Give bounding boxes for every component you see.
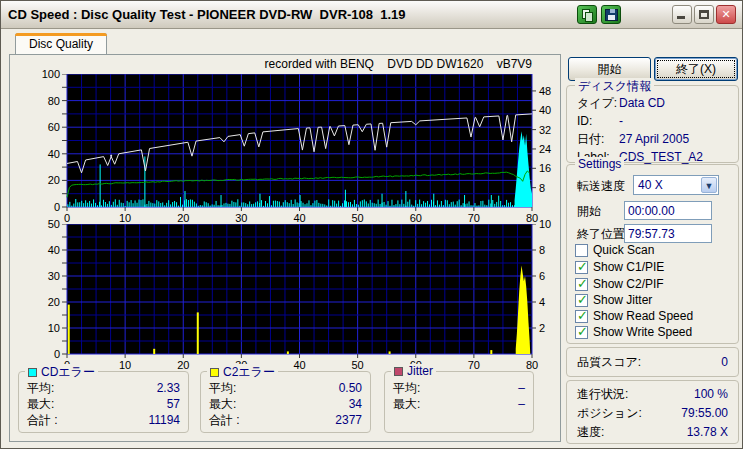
copy-icon-sheet2 [585, 12, 593, 22]
axis-tick-label: 50 [352, 212, 364, 224]
quality-score-row: 品質スコア: 0 [567, 348, 738, 376]
checkbox-show-write-speed[interactable]: Show Write Speed [575, 325, 692, 339]
stat-label: 最大: [209, 396, 236, 412]
disc-type-row: タイプ:Data CD [567, 94, 738, 112]
axis-tick-label: 20 [48, 174, 60, 186]
close-button[interactable]: ✕ [716, 5, 736, 24]
field-value: - [619, 112, 623, 130]
exit-button[interactable]: 終了(X) [654, 57, 738, 81]
checkbox-show-jitter[interactable]: Show Jitter [575, 293, 652, 307]
position-label: ポジション: [577, 404, 642, 423]
stat-label: 合計 : [209, 412, 240, 428]
checkbox-icon[interactable] [575, 294, 588, 307]
stat-row: 最大:57 [27, 396, 180, 412]
axis-tick-label: 40 [48, 148, 60, 160]
checkbox-label: Show Write Speed [593, 325, 692, 339]
stat-label: 平均: [393, 380, 420, 396]
window-title: CD Speed : Disc Quality Test - PIONEER D… [1, 7, 406, 22]
jitter-stats-title: Jitter [407, 364, 433, 378]
stat-row: 平均:– [393, 380, 525, 396]
stat-value: 2377 [335, 412, 362, 428]
axis-tick-label: 70 [468, 359, 480, 371]
axis-tick-label: 60 [48, 121, 60, 133]
axis-tick-label: 50 [352, 359, 364, 371]
checkbox-show-read-speed[interactable]: Show Read Speed [575, 309, 693, 323]
checkbox-label: Quick Scan [593, 243, 654, 257]
start-position-label: 開始 [577, 203, 601, 220]
checkbox-icon[interactable] [575, 278, 588, 291]
stat-label: 最大: [27, 396, 54, 412]
c1-stats-title: CDエラー [41, 364, 95, 381]
speed-value: 13.78 X [687, 423, 728, 442]
c2-error-stats-box: C2エラー 平均:0.50 最大:34 合計 :2377 [200, 371, 371, 433]
axis-tick-label: 10 [539, 218, 551, 230]
c1-error-stats-box: CDエラー 平均:2.33 最大:57 合計 :11194 [18, 371, 189, 433]
position-row: ポジション:79:55.00 [567, 404, 738, 423]
disc-info-title: ディスク情報 [575, 78, 654, 95]
axis-tick-label: 32 [539, 124, 551, 136]
title-bar[interactable]: CD Speed : Disc Quality Test - PIONEER D… [1, 1, 742, 29]
progress-label: 進行状況: [577, 385, 628, 404]
stat-value: 34 [349, 396, 362, 412]
checkbox-icon[interactable] [575, 261, 588, 274]
checkbox-quick-scan[interactable]: Quick Scan [575, 243, 654, 257]
stat-value: 11194 [148, 412, 180, 428]
speed-selected-value: 40 X [638, 178, 663, 192]
checkbox-icon[interactable] [575, 310, 588, 323]
checkbox-show-c2-pif[interactable]: Show C2/PIF [575, 277, 664, 291]
c2-color-swatch [210, 368, 219, 377]
axis-tick-label: 20 [177, 212, 189, 224]
axis-tick-label: 20 [48, 296, 60, 308]
axis-tick-label: 10 [48, 322, 60, 334]
checkbox-label: Show Read Speed [593, 309, 693, 323]
quality-score-label: 品質スコア: [577, 348, 641, 376]
tab-disc-quality[interactable]: Disc Quality [15, 33, 107, 55]
stat-label: 最大: [393, 396, 420, 412]
checkbox-icon[interactable] [575, 326, 588, 339]
speed-select[interactable]: 40 X ▼ [633, 175, 719, 195]
checkbox-label: Show Jitter [593, 293, 652, 307]
axis-tick-label: 60 [410, 212, 422, 224]
maximize-button[interactable] [694, 5, 714, 24]
axis-tick-label: 40 [48, 244, 60, 256]
stat-row: 最大:34 [209, 396, 362, 412]
end-position-label: 終了位置 [577, 226, 625, 243]
axis-tick-label: 50 [48, 218, 60, 230]
c2-stats-title: C2エラー [223, 364, 275, 381]
copy-icon[interactable] [577, 5, 597, 24]
stat-value: 0.50 [339, 380, 362, 396]
save-icon-label [608, 15, 615, 20]
checkbox-label: Show C1/PIE [593, 260, 664, 274]
start-position-input[interactable] [624, 201, 712, 220]
axis-tick-label: 40 [293, 359, 305, 371]
end-position-input[interactable] [624, 224, 712, 243]
speed-row: 速度:13.78 X [567, 423, 738, 442]
stat-row: 最大:– [393, 396, 525, 412]
axis-tick-label: 0 [64, 212, 70, 224]
stat-value: 2.33 [157, 380, 180, 396]
checkbox-icon[interactable] [575, 244, 588, 257]
close-icon: ✕ [721, 8, 730, 20]
axis-tick-label: 4 [539, 296, 545, 308]
chevron-down-icon[interactable]: ▼ [701, 177, 717, 193]
checkbox-show-c1-pie[interactable]: Show C1/PIE [575, 260, 664, 274]
axis-tick-label: 30 [235, 212, 247, 224]
checkbox-label: Show C2/PIF [593, 277, 664, 291]
axis-tick-label: 8 [539, 182, 545, 194]
axis-tick-label: 40 [539, 104, 551, 116]
field-label: 日付: [567, 130, 619, 148]
axis-tick-label: 10 [119, 359, 131, 371]
axis-tick-label: 100 [42, 68, 60, 80]
jitter-stats-box: Jitter 平均:– 最大:– [384, 371, 534, 433]
minimize-button[interactable] [672, 5, 692, 24]
c2-pif-chart [62, 224, 542, 360]
axis-tick-label: 0 [54, 201, 60, 213]
field-value: Data CD [619, 94, 665, 112]
progress-group: 進行状況:100 % ポジション:79:55.00 速度:13.78 X [566, 380, 739, 444]
save-icon-shutter [610, 9, 615, 13]
stat-label: 平均: [27, 380, 54, 396]
field-value: 27 April 2005 [619, 130, 689, 148]
field-label: タイプ: [567, 94, 619, 112]
stat-row: 平均:2.33 [27, 380, 180, 396]
save-icon[interactable] [601, 5, 621, 24]
